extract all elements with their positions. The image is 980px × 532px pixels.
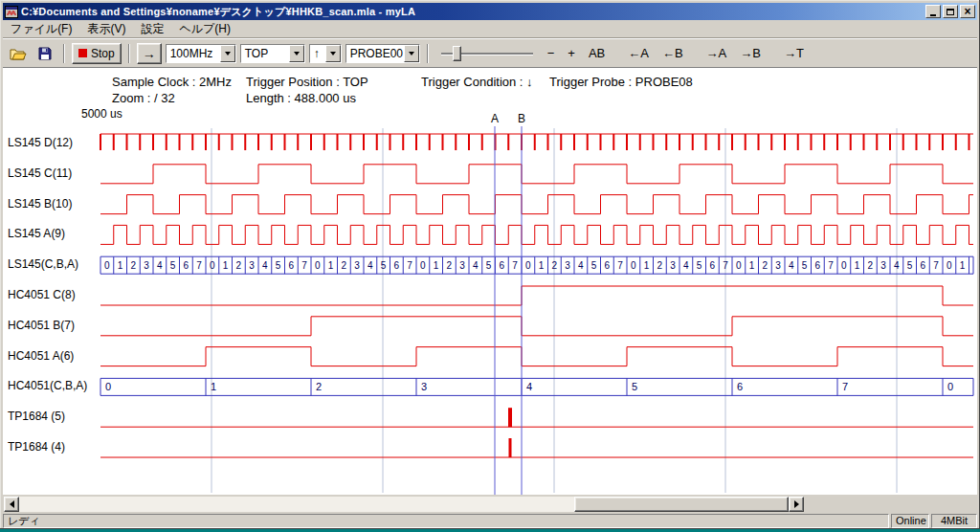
trigger-position-info: Trigger Position : TOP [246,75,368,89]
length-info: Length : 488.000 us [246,91,356,105]
title-bar[interactable]: C:¥Documents and Settings¥noname¥デスクトップ¥… [3,3,977,20]
slider-thumb[interactable] [453,46,461,61]
move-cursor-a-left-button[interactable]: ←A [623,43,654,64]
menu-view[interactable]: 表示(V) [79,20,133,38]
zoom-out-button[interactable]: − [543,43,560,64]
horizontal-scrollbar[interactable] [4,497,804,512]
trigger-position-dropdown-button[interactable] [289,45,304,62]
menu-bar: ファイル(F) 表示(V) 設定 ヘルプ(H) [3,21,977,38]
app-icon [5,6,18,18]
chevron-down-icon [330,52,336,55]
zoom-in-button[interactable]: + [563,43,580,64]
zoom-slider[interactable] [439,43,535,64]
triangle-right-icon [794,500,799,508]
scroll-left-button[interactable] [4,497,19,512]
scrollbar-strip [3,495,977,513]
chevron-down-icon [409,52,414,55]
trigger-condition-info: Trigger Condition : ↓ [421,75,533,89]
trigger-probe-dropdown-button[interactable] [404,45,419,62]
status-bar: レディ Online 4MBit [3,514,977,528]
status-online: Online [891,514,929,528]
save-button[interactable] [33,43,56,64]
menu-file[interactable]: ファイル(F) [3,20,79,38]
toolbar-separator [128,44,130,63]
trigger-probe-info: Trigger Probe : PROBE08 [549,75,693,89]
minimize-icon [930,14,936,16]
move-cursor-b-left-button[interactable]: ←B [657,43,688,64]
stop-button[interactable]: Stop [72,43,122,64]
scrollbar-track[interactable] [19,497,789,512]
sample-clock-value: 100MHz [167,47,220,60]
status-memory: 4MBit [931,514,977,528]
trigger-edge-select[interactable]: ↑ [309,44,342,63]
minimize-button[interactable] [925,5,941,18]
trigger-probe-value: PROBE00 [346,47,404,60]
window-title: C:¥Documents and Settings¥noname¥デスクトップ¥… [21,5,923,19]
goto-trigger-button[interactable]: →T [779,43,809,64]
floppy-disk-icon [38,47,52,60]
trigger-edge-dropdown-button[interactable] [325,45,341,62]
trigger-position-value: TOP [241,47,289,60]
ab-range-button[interactable]: AB [584,43,610,64]
trigger-probe-select[interactable]: PROBE00 [345,44,420,63]
cursor-a-label[interactable]: A [491,112,499,125]
zoom-info: Zoom : / 32 [112,91,175,105]
stop-label: Stop [91,47,115,60]
move-cursor-a-right-button[interactable]: →A [702,43,732,64]
trigger-position-select[interactable]: TOP [240,44,305,63]
sample-clock-select[interactable]: 100MHz [166,44,236,63]
open-file-button[interactable] [7,43,30,64]
waveform-panel [3,67,977,495]
close-button[interactable]: × [960,5,975,18]
app-window: C:¥Documents and Settings¥noname¥デスクトップ¥… [0,0,980,529]
trigger-edge-value: ↑ [310,47,325,60]
cursor-b-label[interactable]: B [518,112,525,125]
close-icon: × [964,6,970,17]
menu-help[interactable]: ヘルプ(H) [171,20,238,38]
toolbar-separator [427,44,429,63]
sample-clock-info: Sample Clock : 2MHz [112,75,232,89]
sample-clock-dropdown-button[interactable] [220,45,235,62]
open-folder-icon [10,47,27,60]
time-division-label: 5000 us [81,107,122,121]
run-button[interactable]: → [137,43,162,64]
triangle-left-icon [10,500,14,508]
maximize-button[interactable] [943,5,958,18]
stop-icon [78,49,87,57]
chevron-down-icon [225,52,231,55]
chevron-down-icon [294,52,300,55]
status-message: レディ [3,514,889,528]
scroll-right-button[interactable] [789,497,804,512]
scrollbar-thumb[interactable] [574,497,789,512]
toolbar-separator [63,44,65,63]
move-cursor-b-right-button[interactable]: →B [735,43,766,64]
maximize-icon [947,9,954,15]
menu-settings[interactable]: 設定 [133,20,171,38]
window-controls: × [925,5,975,18]
toolbar: Stop → 100MHz TOP ↑ PROBE00 − + AB ←A ←B [3,38,977,67]
